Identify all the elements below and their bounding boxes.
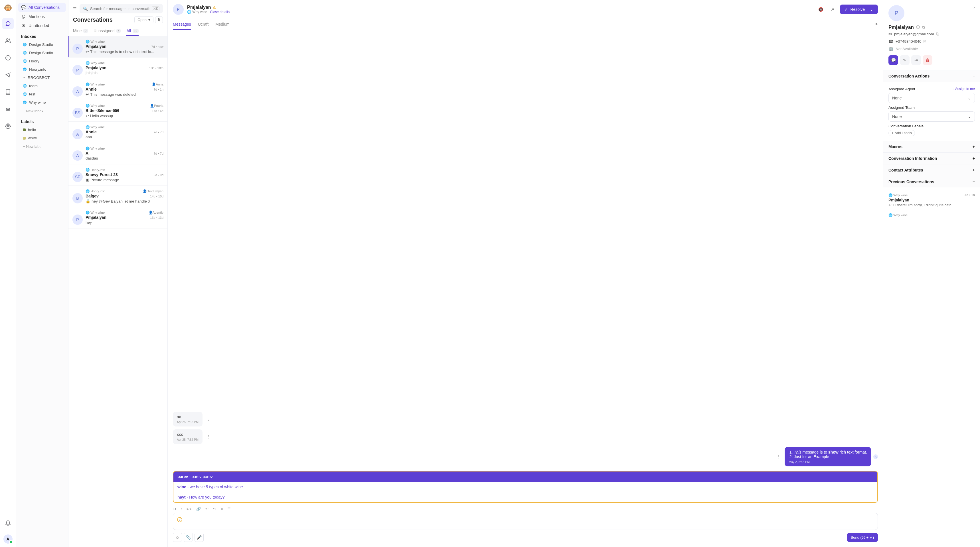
rail-help-icon[interactable] (2, 86, 14, 98)
info-icon[interactable]: ⓘ (916, 25, 920, 30)
rail-reports-icon[interactable] (2, 52, 14, 63)
label-item[interactable]: hello (18, 126, 66, 134)
emoji-button[interactable]: ☺ (173, 533, 182, 542)
ordered-list-icon[interactable]: ☰ (228, 507, 231, 511)
rail-campaigns-icon[interactable] (2, 69, 14, 81)
conversation-item[interactable]: A🌐 Why wine👤AnnaAnnie7d • 1h↩This messag… (68, 79, 167, 100)
contact-attributes-header[interactable]: Contact Attributes+ (883, 164, 980, 176)
conversation-item[interactable]: SF🌐 Hoory.infoSnowy-Forest-239d • 9d▣Pic… (68, 164, 167, 186)
close-details-link[interactable]: Close details (210, 10, 230, 14)
mute-icon[interactable]: 🔇 (816, 5, 825, 14)
globe-icon: 🌐 (23, 92, 27, 96)
copy-icon[interactable]: ⎘ (924, 39, 926, 44)
resolve-button[interactable]: ✓ Resolve ⌄ (840, 5, 878, 14)
conversation-item[interactable]: A🌐 Why wineA7d • 7ddasdas (68, 143, 167, 164)
assigned-team-select[interactable]: None⌄ (888, 111, 975, 122)
tab-mine[interactable]: Mine0 (73, 26, 88, 36)
bold-icon[interactable]: B (173, 507, 176, 511)
previous-conversation-item[interactable]: 🌐 Why wine4d • 1hPmjalalyan↩Hi there! I'… (888, 190, 975, 210)
add-labels-button[interactable]: + Add Labels (888, 130, 915, 136)
edit-contact-icon[interactable]: ✎ (900, 55, 910, 65)
rail-bot-icon[interactable] (2, 103, 14, 115)
conversation-item[interactable]: P🌐 Why winePmjalalyan7d • now↩This messa… (68, 36, 167, 57)
link-icon[interactable]: 🔗 (196, 507, 201, 511)
chat-tab-messages[interactable]: Messages (173, 19, 191, 30)
attach-button[interactable]: 📎 (184, 533, 193, 542)
assigned-agent-select[interactable]: None⌄ (888, 93, 975, 103)
svg-point-7 (8, 109, 9, 110)
audio-button[interactable]: 🎤 (194, 533, 204, 542)
sort-filter-button[interactable]: ⇅ (155, 16, 163, 23)
contact-avatar: P (173, 4, 184, 15)
tab-all[interactable]: All10 (126, 26, 138, 36)
user-avatar[interactable]: A (3, 534, 13, 544)
reply-icon: ↩ (86, 113, 89, 118)
sidebar-unattended[interactable]: ✉Unattended (18, 21, 66, 30)
inbox-item[interactable]: 🌐Hoory (18, 57, 66, 65)
merge-contact-icon[interactable]: ⇥ (911, 55, 921, 65)
mail-icon: ✉ (21, 23, 25, 28)
italic-icon[interactable]: I (181, 507, 182, 511)
conversation-item[interactable]: P🌐 Why winePmjalalyan13d • 18mjhjhjhjh (68, 57, 167, 79)
message-menu-icon[interactable]: ⋮ (775, 454, 782, 459)
inbox-item[interactable]: ✈RROOBBOT (18, 73, 66, 82)
svg-point-8 (7, 126, 8, 127)
rail-contacts-icon[interactable] (2, 35, 14, 46)
share-icon[interactable]: ↗ (828, 5, 837, 14)
conversation-item[interactable]: A🌐 Why wineAnnie7d • 7daaa (68, 122, 167, 143)
conversation-item[interactable]: BS🌐 Why wine👤PouriaBitter-Silence-55614d… (68, 100, 167, 122)
chat-tab-medium[interactable]: Medium (215, 19, 230, 30)
reply-icon: ↩ (86, 92, 89, 97)
sidebar-all-conversations[interactable]: 💬All Conversations (18, 3, 66, 12)
bullet-list-icon[interactable]: ≡ (221, 507, 223, 511)
new-inbox-button[interactable]: + New inbox (18, 106, 66, 116)
canned-option[interactable]: wine - we have 5 types of white wine (173, 482, 877, 492)
conversation-info-header[interactable]: Conversation Information+ (883, 153, 980, 164)
inbox-item[interactable]: 🌐Design Studio (18, 49, 66, 57)
message-menu-icon[interactable]: ⋮ (205, 434, 212, 439)
search-shortcut: ⌘K (152, 6, 159, 11)
canned-option[interactable]: hayt - How are you today? (173, 492, 877, 502)
previous-conversations-header[interactable]: Previous Conversations− (883, 176, 980, 187)
inbox-item[interactable]: 🌐Why wine (18, 98, 66, 106)
sidebar-toggle-icon[interactable]: ☰ (73, 6, 77, 11)
assign-to-me-link[interactable]: → Assign to me (951, 87, 975, 91)
undo-icon[interactable]: ↶ (205, 507, 208, 511)
delete-contact-icon[interactable]: 🗑 (923, 55, 932, 65)
inbox-item[interactable]: 🌐test (18, 90, 66, 98)
conversation-actions-header[interactable]: Conversation Actions− (883, 70, 980, 82)
expand-tabs-icon[interactable]: ▶ (876, 19, 878, 30)
rail-notifications-icon[interactable] (2, 517, 14, 529)
copy-icon[interactable]: ⎘ (936, 32, 939, 36)
send-button[interactable]: Send (⌘ + ↵) (847, 533, 878, 542)
previous-conversation-item[interactable]: 🌐 Why wine (888, 210, 975, 220)
chat-panel: P Pmjalalyan⚠ 🌐 Why wineClose details 🔇 … (168, 0, 883, 547)
inbox-item[interactable]: 🌐Design Studio (18, 40, 66, 49)
redo-icon[interactable]: ↷ (213, 507, 216, 511)
chevron-down-icon: ⌄ (968, 96, 971, 100)
expand-contact-icon[interactable]: › (974, 5, 975, 24)
search-input[interactable] (90, 6, 150, 11)
conversation-item[interactable]: B🌐 Hoory.info👤Gev BalyanBalgev14d • 10d🔒… (68, 186, 167, 207)
new-label-button[interactable]: + New label (18, 142, 66, 151)
message-input[interactable]: / (173, 513, 878, 530)
conversation-item[interactable]: P🌐 Why wine👤AgentlyPmjalalyan13d • 13dhe… (68, 207, 167, 228)
canned-option[interactable]: barev - barev barev (173, 471, 877, 482)
sidebar-mentions[interactable]: @Mentions (18, 12, 66, 21)
chat-tab-ucraft[interactable]: Ucraft (198, 19, 208, 30)
macros-header[interactable]: Macros+ (883, 141, 980, 152)
tab-unassigned[interactable]: Unassigned5 (94, 26, 121, 36)
code-icon[interactable]: </> (186, 507, 192, 511)
rail-conversations-icon[interactable] (2, 18, 14, 29)
new-conversation-icon[interactable]: 💬 (888, 55, 898, 65)
open-icon[interactable]: ⧉ (922, 25, 925, 30)
inbox-item[interactable]: 🌐Hoory.info (18, 65, 66, 73)
conversations-title: Conversations (73, 16, 113, 23)
message-menu-icon[interactable]: ⋮ (205, 417, 212, 421)
inbox-item[interactable]: 🌐team (18, 82, 66, 90)
status-filter-dropdown[interactable]: Open▾ (134, 16, 153, 23)
search-box[interactable]: 🔍 ⌘K (80, 4, 163, 13)
rail-settings-icon[interactable] (2, 120, 14, 132)
expand-icon: + (973, 168, 975, 172)
label-item[interactable]: white (18, 134, 66, 142)
